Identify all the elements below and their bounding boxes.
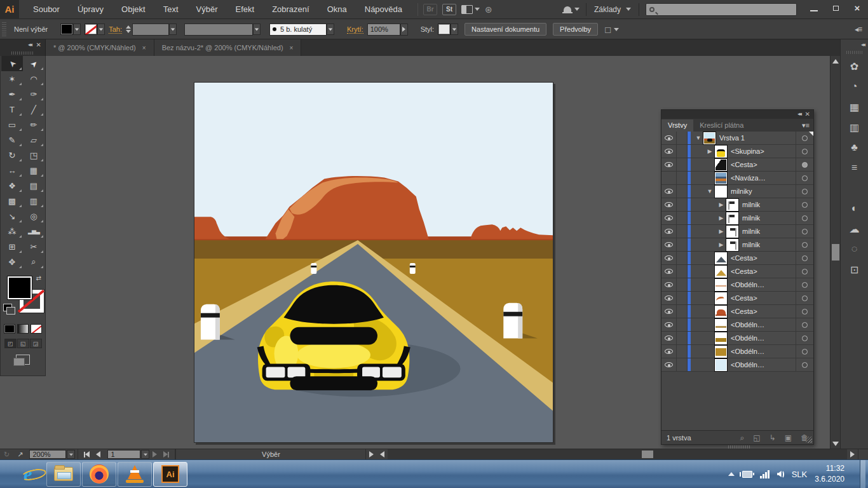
tool-button[interactable]: ❖ [1, 178, 23, 193]
dock-panel-icon[interactable]: ≡ [844, 158, 865, 177]
document-tab[interactable]: * @ 200% (CMYK/Náhled) × [46, 39, 154, 56]
tool-button[interactable]: ⌕ [23, 254, 44, 269]
tool-button[interactable]: ✂ [23, 239, 44, 254]
layer-label[interactable]: <Cesta> [731, 308, 757, 315]
scroll-right-arrow[interactable] [850, 451, 855, 458]
target-cell[interactable] [796, 212, 813, 224]
visibility-cell[interactable] [661, 132, 677, 144]
target-cell[interactable] [796, 305, 813, 318]
opacity-field[interactable]: 100% [367, 24, 400, 36]
layer-row[interactable]: <Skupina> [661, 145, 813, 158]
stroke-weight-field[interactable] [132, 24, 169, 36]
swap-fill-stroke-icon[interactable]: ⇄ [36, 274, 41, 281]
dock-panel-icon[interactable]: ♣ [844, 138, 865, 157]
show-desktop-button[interactable] [860, 460, 865, 488]
new-layer-icon[interactable]: ▣ [785, 433, 792, 442]
dock-panel-icon[interactable] [844, 179, 865, 198]
lock-cell[interactable] [677, 358, 688, 371]
visibility-cell[interactable] [661, 172, 677, 184]
sync-status-icon[interactable]: ↻ [0, 451, 13, 459]
layer-label[interactable]: <Skupina> [731, 147, 764, 155]
dock-panel-icon[interactable]: ✿ [844, 57, 865, 76]
tool-button[interactable]: ➤ [23, 56, 44, 71]
expand-icon[interactable] [695, 135, 702, 141]
tool-button[interactable]: ↻ [1, 147, 23, 163]
layer-label[interactable]: <Obdéln… [731, 348, 764, 355]
color-button[interactable] [4, 324, 15, 334]
collapse-panel-icon[interactable]: ◂◂ [797, 111, 801, 117]
lock-cell[interactable] [677, 332, 688, 344]
locate-object-icon[interactable]: ⌕ [740, 433, 745, 442]
make-clipping-mask-icon[interactable]: ◱ [753, 433, 760, 442]
visibility-cell[interactable] [661, 305, 677, 318]
visibility-cell[interactable] [661, 238, 677, 251]
layer-thumbnail[interactable] [726, 226, 738, 238]
visibility-cell[interactable] [661, 185, 677, 198]
tool-button[interactable]: ▥ [23, 193, 44, 208]
target-cell[interactable] [796, 185, 813, 198]
previous-artboard-button[interactable] [96, 451, 100, 458]
layer-label[interactable]: <Cesta> [731, 254, 757, 262]
visibility-cell[interactable] [661, 345, 677, 358]
layer-thumbnail[interactable] [715, 319, 727, 331]
tool-button[interactable]: ⁂ [1, 224, 23, 239]
dock-panel-icon[interactable]: ▥ [844, 118, 865, 137]
panel-menu-icon[interactable]: ▾≡ [802, 121, 810, 130]
target-cell[interactable] [796, 132, 813, 144]
layer-row[interactable]: <Obdéln… [661, 345, 813, 358]
tools-panel-header[interactable]: ◂◂ ✕ [0, 39, 46, 56]
taskbar-file-explorer[interactable] [46, 462, 81, 487]
draw-behind-mode-button[interactable]: ◱ [17, 339, 29, 348]
collapse-dock-icon[interactable]: ◂◂ [861, 41, 864, 48]
stroke-color-dropdown[interactable] [97, 24, 105, 35]
tool-button[interactable]: ◠ [23, 71, 44, 86]
visibility-cell[interactable] [661, 212, 677, 224]
menu-item[interactable]: Úpravy [69, 0, 112, 19]
scroll-up-arrow[interactable] [831, 56, 841, 66]
lock-cell[interactable] [677, 198, 688, 211]
tool-button[interactable]: ▂▅▃ [23, 224, 44, 239]
lock-cell[interactable] [677, 158, 688, 171]
visibility-cell[interactable] [661, 158, 677, 171]
arrange-documents-button[interactable] [461, 5, 480, 14]
visibility-cell[interactable] [661, 145, 677, 158]
layer-thumbnail[interactable] [715, 279, 727, 291]
battery-icon[interactable] [742, 471, 752, 478]
layer-row[interactable]: <Cesta> [661, 305, 813, 318]
search-box[interactable] [646, 3, 797, 16]
lock-cell[interactable] [677, 265, 688, 278]
layer-label[interactable]: <Cesta> [731, 161, 757, 168]
layer-thumbnail[interactable] [715, 332, 727, 344]
lock-cell[interactable] [677, 238, 688, 251]
target-cell[interactable] [796, 158, 813, 171]
target-cell[interactable] [796, 172, 813, 184]
menu-item[interactable]: Text [154, 0, 187, 19]
visibility-cell[interactable] [661, 265, 677, 278]
scroll-left-arrow[interactable] [380, 451, 384, 458]
layer-label[interactable]: milnik [742, 214, 760, 222]
minimize-button[interactable] [803, 1, 825, 16]
target-cell[interactable] [796, 238, 813, 251]
target-cell[interactable] [796, 345, 813, 358]
target-cell[interactable] [796, 278, 813, 291]
layer-label[interactable]: milnik [742, 227, 760, 235]
notifications-button[interactable] [564, 6, 580, 12]
layer-thumbnail[interactable] [715, 306, 727, 318]
taskbar-vlc[interactable] [118, 462, 152, 487]
collapse-panel-icon[interactable]: ◂◂ [28, 41, 31, 48]
tool-button[interactable]: ▤ [23, 178, 44, 193]
layer-row[interactable]: milnik [661, 212, 813, 225]
artboard-dropdown[interactable] [141, 450, 149, 459]
horizontal-scroll-thumb[interactable] [642, 451, 653, 458]
visibility-cell[interactable] [661, 318, 677, 331]
gradient-button[interactable] [17, 324, 29, 334]
zoom-level-field[interactable]: 200% [29, 450, 66, 459]
layer-row[interactable]: milniky [661, 185, 813, 198]
tool-button[interactable]: T [1, 102, 23, 117]
width-profile-dropdown[interactable] [327, 24, 334, 35]
opacity-arrow-button[interactable] [400, 24, 408, 36]
tool-button[interactable]: ▦ [23, 163, 44, 178]
status-options-arrow[interactable] [369, 451, 374, 458]
expand-icon[interactable] [717, 241, 725, 248]
layer-thumbnail[interactable] [726, 212, 738, 224]
